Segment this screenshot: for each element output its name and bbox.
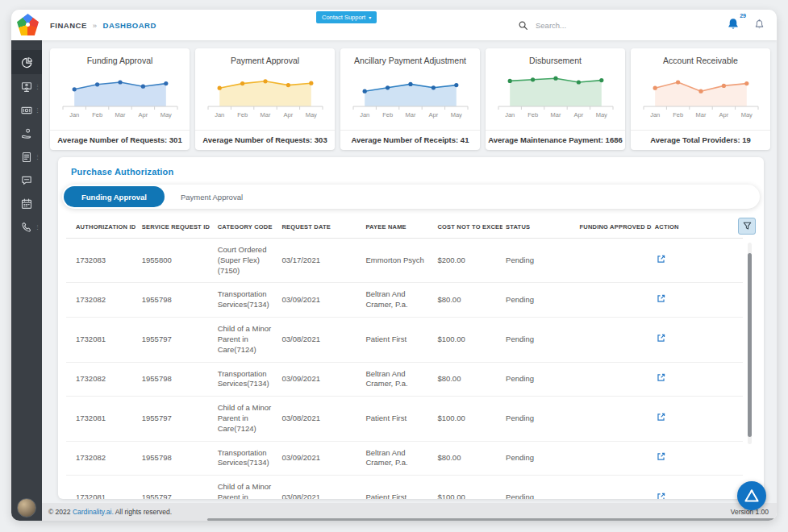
cell-service-request-id: 1955797: [139, 397, 215, 441]
ancillary-payment-sparkline: JanFebMarAprMay: [350, 68, 471, 121]
sidebar-item-invoices[interactable]: ⋮: [11, 147, 42, 168]
cell-funding-approved-date: [577, 397, 652, 441]
cell-request-date: 03/17/2021: [278, 239, 362, 283]
cell-cost-not-to-exceed: $80.00: [434, 441, 502, 476]
vertical-scrollbar-thumb[interactable]: [748, 253, 752, 437]
table-row: 17320811955797Child of a Minor Parent in…: [66, 476, 743, 499]
cell-action: [652, 239, 743, 283]
table-head: AUTHORIZATION IDSERVICE REQUEST IDCATEGO…: [66, 215, 743, 239]
sidebar-item-payments[interactable]: ⋮: [11, 100, 42, 121]
brand-link[interactable]: Cardinality.ai.: [73, 508, 114, 516]
cell-action: [652, 283, 743, 318]
svg-text:May: May: [160, 111, 171, 118]
launch-icon: [656, 372, 666, 383]
pentagon-logo-icon: [17, 14, 39, 35]
cell-cost-not-to-exceed: $100.00: [434, 397, 502, 441]
user-avatar[interactable]: [17, 498, 36, 517]
cell-category-code: Court Ordered (Super Flex)(7150): [215, 239, 279, 283]
svg-text:Apr: Apr: [719, 111, 728, 118]
stat-card-disbursement: Disbursement JanFebMarAprMay Average Mai…: [486, 48, 625, 150]
search-box: [518, 10, 657, 40]
cell-cost-not-to-exceed: $80.00: [434, 283, 502, 318]
open-record-button[interactable]: [655, 293, 667, 305]
open-record-button[interactable]: [655, 491, 667, 500]
svg-text:Apr: Apr: [283, 111, 293, 118]
cell-service-request-id: 1955798: [139, 362, 215, 397]
open-record-button[interactable]: [655, 451, 667, 463]
account-receivable-sparkline: JanFebMarAprMay: [640, 68, 761, 121]
notifications-button[interactable]: 29: [726, 17, 742, 33]
cell-funding-approved-date: [577, 318, 652, 362]
sidebar-item-workspace[interactable]: ⋮: [11, 77, 42, 98]
copyright-prefix: © 2022: [48, 508, 73, 516]
search-input[interactable]: [536, 21, 657, 30]
sidebar-item-schedule[interactable]: [11, 193, 42, 214]
purchase-authorization-table: AUTHORIZATION IDSERVICE REQUEST IDCATEGO…: [66, 215, 756, 499]
cell-status: Pending: [502, 441, 576, 476]
svg-text:Feb: Feb: [237, 111, 248, 118]
svg-text:Apr: Apr: [573, 111, 583, 118]
tab-funding-approval[interactable]: Funding Approval: [64, 186, 165, 207]
table-header-row: AUTHORIZATION IDSERVICE REQUEST IDCATEGO…: [66, 215, 743, 239]
card-title: Disbursement: [529, 56, 582, 65]
svg-text:Jan: Jan: [69, 111, 79, 118]
svg-text:Feb: Feb: [673, 111, 683, 118]
invoice-icon: [20, 151, 33, 164]
cell-category-code: Transportation Services(7134): [215, 283, 279, 318]
cell-status: Pending: [502, 476, 576, 499]
open-record-button[interactable]: [655, 372, 667, 384]
svg-text:Mar: Mar: [550, 111, 561, 118]
launch-icon: [656, 254, 666, 264]
column-header: REQUEST DATE: [278, 215, 362, 239]
launch-icon: [656, 293, 666, 304]
sidebar-item-dashboard[interactable]: [11, 50, 42, 74]
alerts-button[interactable]: [753, 19, 765, 34]
cell-payee-name: Patient First: [362, 318, 434, 362]
breadcrumb-separator-icon: »: [93, 21, 98, 30]
column-header: FUNDING APPROVED DATE: [577, 215, 652, 239]
sidebar-item-benefits[interactable]: [11, 123, 42, 144]
cell-action: [652, 476, 743, 499]
column-header: COST NOT TO EXCEED: [434, 215, 502, 239]
cell-payee-name: Beltran And Cramer, P.a.: [362, 441, 434, 476]
table-row: 17320811955797Child of a Minor Parent in…: [66, 318, 743, 362]
svg-text:Apr: Apr: [428, 111, 438, 118]
monitor-user-icon: [20, 81, 33, 94]
cell-funding-approved-date: [577, 239, 652, 283]
breadcrumb-page[interactable]: DASHBOARD: [103, 21, 156, 30]
cell-action: [652, 318, 743, 362]
card-average-stat: Average Total Providers: 19: [631, 130, 770, 150]
open-record-button[interactable]: [655, 411, 667, 423]
cell-request-date: 03/08/2021: [278, 318, 362, 362]
table-row: 17320821955798Transportation Services(71…: [66, 283, 743, 318]
sidebar-item-messages[interactable]: [11, 170, 42, 191]
horizontal-scrollbar-thumb[interactable]: [207, 518, 774, 521]
cell-service-request-id: 1955797: [139, 318, 215, 362]
card-title: Funding Approval: [87, 56, 153, 65]
cell-category-code: Child of a Minor Parent in Care(7124): [215, 318, 279, 362]
breadcrumb-section[interactable]: FINANCE: [50, 21, 87, 30]
cell-service-request-id: 1955798: [139, 283, 215, 318]
cell-funding-approved-date: [577, 441, 652, 476]
cell-service-request-id: 1955797: [139, 476, 215, 499]
svg-text:May: May: [305, 111, 316, 118]
sidebar-item-calls[interactable]: ⋮: [11, 217, 42, 238]
card-average-stat: Average Number of Requests: 303: [195, 130, 335, 150]
copyright-text: © 2022 Cardinality.ai. All rights reserv…: [48, 508, 172, 516]
funding-approval-sparkline: JanFebMarAprMay: [60, 68, 181, 121]
open-record-button[interactable]: [655, 253, 667, 265]
tab-payment-approval[interactable]: Payment Approval: [165, 186, 259, 207]
open-record-button[interactable]: [655, 332, 667, 344]
notification-badge: 29: [740, 13, 746, 19]
cell-cost-not-to-exceed: $80.00: [434, 362, 502, 397]
filter-button[interactable]: [738, 218, 756, 235]
brand-fab-button[interactable]: [737, 481, 766, 510]
cell-request-date: 03/08/2021: [278, 397, 362, 441]
hand-coin-icon: [20, 127, 33, 140]
cell-request-date: 03/09/2021: [278, 283, 362, 318]
search-icon: [518, 20, 528, 31]
contact-support-button[interactable]: Contact Support ▾: [316, 11, 377, 23]
cell-request-date: 03/09/2021: [278, 362, 362, 397]
cell-category-code: Child of a Minor Parent in Care(7124): [215, 476, 279, 499]
launch-icon: [656, 412, 666, 422]
